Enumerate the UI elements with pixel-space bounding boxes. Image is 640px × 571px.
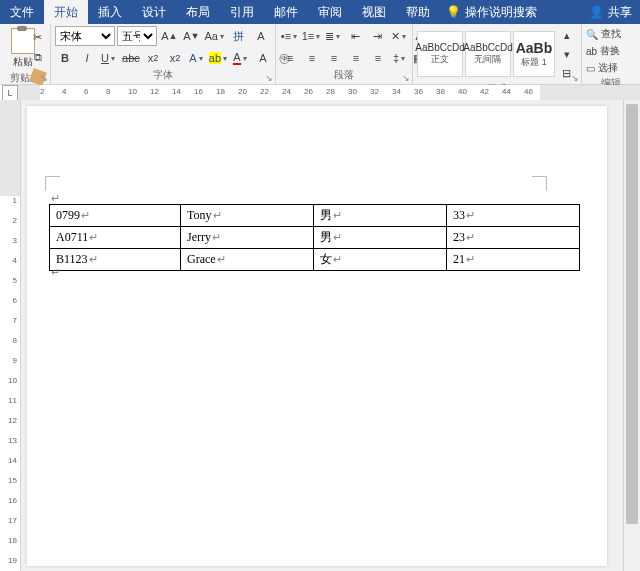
font-launcher[interactable]: ↘: [265, 73, 273, 83]
bullets-button[interactable]: •≡▾: [280, 27, 300, 45]
table-row[interactable]: A0711↵Jerry↵男↵23↵: [50, 227, 580, 249]
cell-text: Tony: [187, 208, 212, 222]
align-justify-button[interactable]: ≡: [346, 49, 366, 67]
bold-button[interactable]: B: [55, 49, 75, 67]
strike-button[interactable]: abc: [121, 49, 141, 67]
vruler-tick: 1: [13, 196, 17, 205]
tab-review[interactable]: 审阅: [308, 0, 352, 24]
font-color-button[interactable]: A▾: [231, 49, 251, 67]
align-distribute-button[interactable]: ≡: [368, 49, 388, 67]
superscript-button[interactable]: x2: [165, 49, 185, 67]
multilevel-button[interactable]: ≣▾: [324, 27, 344, 45]
subscript-button[interactable]: x2: [143, 49, 163, 67]
clipboard-launcher[interactable]: ↘: [40, 73, 48, 83]
tab-view[interactable]: 视图: [352, 0, 396, 24]
tab-selector[interactable]: L: [2, 85, 18, 101]
hruler-tick: 34: [392, 87, 401, 96]
tab-help[interactable]: 帮助: [396, 0, 440, 24]
font-name-combo[interactable]: 宋体: [55, 26, 115, 46]
line-spacing-button[interactable]: ‡▾: [390, 49, 410, 67]
hruler-tick: 44: [502, 87, 511, 96]
share-button[interactable]: 👤 共享: [589, 4, 632, 21]
char-border-button[interactable]: A: [251, 27, 271, 45]
numbering-button[interactable]: 1≡▾: [302, 27, 322, 45]
cell-mark: ↵: [212, 231, 221, 243]
align-right-button[interactable]: ≡: [324, 49, 344, 67]
table-cell[interactable]: 0799↵: [50, 205, 181, 227]
copy-button[interactable]: ⧉: [28, 48, 48, 66]
asian-layout-button[interactable]: ✕▾: [390, 27, 410, 45]
vruler-tick: 13: [8, 436, 17, 445]
table-cell[interactable]: 女↵: [314, 249, 447, 271]
table-row[interactable]: 0799↵Tony↵男↵33↵: [50, 205, 580, 227]
table-row[interactable]: B1123↵Grace↵女↵21↵: [50, 249, 580, 271]
cell-text: 33: [453, 208, 465, 222]
grow-font-button[interactable]: A▲: [159, 27, 179, 45]
underline-button[interactable]: U▾: [99, 49, 119, 67]
styles-row-up[interactable]: ▴: [557, 26, 577, 44]
change-case-button[interactable]: Aa▾: [203, 27, 227, 45]
select-button[interactable]: ▭选择: [586, 60, 636, 76]
cell-text: B1123: [56, 252, 88, 266]
share-label: 共享: [608, 4, 632, 21]
tab-references[interactable]: 引用: [220, 0, 264, 24]
align-center-button[interactable]: ≡: [302, 49, 322, 67]
styles-row-down[interactable]: ▾: [557, 45, 577, 63]
page-area[interactable]: ↵ 0799↵Tony↵男↵33↵A0711↵Jerry↵男↵23↵B1123↵…: [21, 100, 640, 571]
cell-text: Jerry: [187, 230, 211, 244]
ruler-right-margin: [540, 85, 640, 101]
style-nospacing-label: 无间隔: [474, 53, 501, 66]
table-cell[interactable]: 33↵: [447, 205, 580, 227]
table-cell[interactable]: Jerry↵: [181, 227, 314, 249]
indent-inc-button[interactable]: ⇥: [368, 27, 388, 45]
table-cell[interactable]: 21↵: [447, 249, 580, 271]
style-heading1[interactable]: AaBb 标题 1: [513, 31, 555, 77]
align-left-button[interactable]: ≡: [280, 49, 300, 67]
tab-mailings[interactable]: 邮件: [264, 0, 308, 24]
tell-me[interactable]: 💡 操作说明搜索: [446, 4, 537, 21]
paragraph-launcher[interactable]: ↘: [402, 73, 410, 83]
document-page[interactable]: ↵ 0799↵Tony↵男↵33↵A0711↵Jerry↵男↵23↵B1123↵…: [27, 106, 607, 566]
table-cell[interactable]: 23↵: [447, 227, 580, 249]
indent-dec-button[interactable]: ⇤: [346, 27, 366, 45]
table-cell[interactable]: 男↵: [314, 227, 447, 249]
group-clipboard: 粘贴 ✂ ⧉ 剪贴板 ↘: [0, 24, 51, 84]
cell-mark: ↵: [333, 231, 342, 243]
tab-file[interactable]: 文件: [0, 0, 44, 24]
find-label: 查找: [601, 27, 621, 41]
shrink-font-button[interactable]: A▼: [181, 27, 201, 45]
cell-mark: ↵: [217, 253, 226, 265]
vruler-tick: 2: [13, 216, 17, 225]
replace-icon: ab: [586, 46, 597, 57]
table-cell[interactable]: Grace↵: [181, 249, 314, 271]
highlight-button[interactable]: ab▾: [209, 49, 229, 67]
find-button[interactable]: 🔍查找: [586, 26, 636, 42]
document-table[interactable]: 0799↵Tony↵男↵33↵A0711↵Jerry↵男↵23↵B1123↵Gr…: [49, 204, 580, 271]
tab-insert[interactable]: 插入: [88, 0, 132, 24]
vertical-ruler[interactable]: 12345678910111213141516171819202122: [0, 100, 21, 571]
style-normal[interactable]: AaBbCcDd 正文: [417, 31, 463, 77]
style-nospacing[interactable]: AaBbCcDd 无间隔: [465, 31, 511, 77]
table-cell[interactable]: 男↵: [314, 205, 447, 227]
phonetic-guide-button[interactable]: 拼: [229, 27, 249, 45]
text-effects-button[interactable]: A▾: [187, 49, 207, 67]
cell-mark: ↵: [81, 209, 90, 221]
tab-design[interactable]: 设计: [132, 0, 176, 24]
tab-layout[interactable]: 布局: [176, 0, 220, 24]
font-size-combo[interactable]: 五号: [117, 26, 157, 46]
tab-home[interactable]: 开始: [44, 0, 88, 24]
cell-text: 女: [320, 252, 332, 266]
style-normal-preview: AaBbCcDd: [415, 42, 464, 53]
char-shading-button[interactable]: A: [253, 49, 273, 67]
table-cell[interactable]: Tony↵: [181, 205, 314, 227]
hruler-tick: 18: [216, 87, 225, 96]
italic-button[interactable]: I: [77, 49, 97, 67]
styles-launcher[interactable]: ↘: [571, 73, 579, 83]
table-cell[interactable]: B1123↵: [50, 249, 181, 271]
replace-button[interactable]: ab替换: [586, 43, 636, 59]
cut-button[interactable]: ✂: [28, 28, 48, 46]
hruler-tick: 8: [106, 87, 110, 96]
vertical-scrollbar[interactable]: [623, 100, 640, 571]
scrollbar-thumb[interactable]: [626, 104, 638, 524]
table-cell[interactable]: A0711↵: [50, 227, 181, 249]
